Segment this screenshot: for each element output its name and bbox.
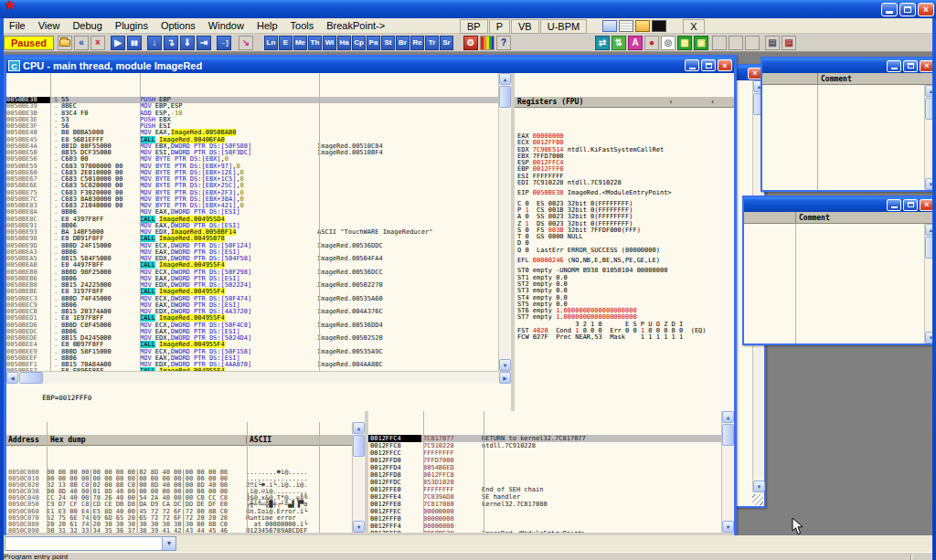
scroll-up-icon[interactable]: ▲ [353,422,365,434]
toolbar-letter-button-tr[interactable]: Tr [425,36,439,50]
comment-window-1-scrollbar[interactable]: ▲▼ [924,85,932,190]
disassembly-h-scrollbar[interactable]: ◀▶ [6,371,511,384]
appearance-rainbow-button[interactable] [480,36,495,50]
cpu-close-button[interactable]: × [718,59,732,71]
disassembly-pane[interactable]: 0050BE38$55PUSH EBP0050BE39.8BECMOV EBP,… [6,73,511,371]
comment-window-1[interactable]: × Comment ▲▼ [760,57,932,192]
disasm-row[interactable]: 0050BEC3.8B0D 74F45000MOV ECX,DWORD PTR … [6,296,511,302]
assemble-a-button[interactable]: A [628,36,643,50]
up-down-button[interactable]: ⇅ [612,36,626,50]
scroll-up-icon[interactable]: ▲ [925,224,932,236]
menu-item-debug[interactable]: Debug [66,19,108,32]
toolbar-letter-button-me[interactable]: Me [293,36,307,50]
disasm-row[interactable]: 0050BEB0.8B0D 98F25000MOV ECX,DWORD PTR … [6,269,511,276]
layout-list-red-button[interactable]: ▤ [782,36,796,50]
command-input[interactable] [5,537,162,550]
step-over-button[interactable]: ↴ [164,36,178,50]
disasm-row[interactable]: 0050BE83.C683 21040000 00MOV BYTE PTR DS… [6,203,511,209]
layout-list-button[interactable]: ▤ [765,36,780,50]
open-folder-icon[interactable] [635,20,650,32]
registers-header[interactable]: Registers (FPU) ‹ ‹ [515,97,734,108]
open-file-button[interactable] [58,36,72,50]
disasm-row[interactable]: 0050BE9D.8B0D 24F15000MOV ECX,DWORD PTR … [6,243,511,249]
log-window-icon[interactable] [619,20,633,32]
restart-button[interactable]: « [74,36,89,50]
resize-grip[interactable] [752,494,763,505]
menu-item-window[interactable]: Window [202,19,250,32]
register-line[interactable]: T 0 GS 0000 NULL [515,234,734,240]
breakpoint-ball-button[interactable]: ● [644,36,659,50]
comment-window-2-maximize-button[interactable] [903,199,918,211]
swap-arrows-button[interactable]: ⇄ [595,36,610,50]
disasm-row[interactable]: 0050BE38$55PUSH EBP [6,97,511,103]
animate-into-button[interactable]: ⇓ [180,36,195,50]
console-window-icon[interactable] [652,20,666,32]
scroll-thumb[interactable] [722,424,734,446]
scroll-thumb[interactable] [19,372,43,384]
animate-over-button[interactable]: ⇥ [197,36,211,50]
dump-row[interactable]: 0050C09030 31 32 33|34 35 36 37|38 39 41… [6,528,365,533]
chevron-left-icons[interactable]: ‹ ‹ [669,98,731,106]
menu-item-file[interactable]: File [3,19,32,32]
step-into-button[interactable]: ↓ [147,36,162,50]
scroll-down-icon[interactable]: ▼ [722,521,734,533]
grid-keypad-button[interactable]: ▦ [677,36,692,50]
options-gear-button[interactable]: ⚙ [463,36,478,50]
toolbar-letter-button-pa[interactable]: Pa [367,36,380,50]
plugin-button-bp[interactable]: BP [460,19,488,34]
comment-window-1-maximize-button[interactable] [903,60,918,72]
cpu-window[interactable]: C CPU - main thread, module ImageRed × 0… [4,55,737,535]
scroll-up-icon[interactable]: ▲ [499,73,511,85]
close-program-button[interactable]: × [90,36,105,50]
stack-pane[interactable]: 0012FFC47C817077RETURN to kernel32.7C817… [368,411,734,533]
blank-button-2[interactable] [729,36,743,50]
scroll-down-icon[interactable]: ▼ [353,521,365,533]
scroll-right-icon[interactable]: ▶ [499,372,511,384]
scroll-thumb[interactable] [353,435,365,457]
disasm-row[interactable]: 0050BED6.8B0D C8F45000MOV ECX,DWORD PTR … [6,322,511,329]
blank-button-1[interactable] [712,36,727,50]
toolbar-letter-button-th[interactable]: Th [308,36,322,50]
trace-spiral-button[interactable]: ◎ [661,36,675,50]
toolbar-letter-button-sr[interactable]: Sr [440,36,453,50]
menu-item-help[interactable]: Help [250,19,284,32]
comment-window-2-minimize-button[interactable] [887,199,901,211]
scroll-up-icon[interactable]: ▲ [925,85,932,97]
scroll-up-icon[interactable]: ▲ [722,411,734,423]
plugin-close-button[interactable]: X [683,19,704,34]
menu-item-breakpoint[interactable]: BreakPoint-> [320,19,391,32]
comment-window-2-scrollbar[interactable]: ▲▼ [924,224,932,343]
toolbar-letter-button-br[interactable]: Br [396,36,410,50]
column-divider[interactable] [795,224,796,343]
stack-window-icon[interactable] [602,20,617,32]
toolbar-letter-button-ha[interactable]: Ha [337,36,351,50]
scroll-thumb[interactable] [499,86,511,108]
scroll-down-icon[interactable]: ▼ [925,332,932,343]
stack-v-scrollbar[interactable]: ▲▼ [721,411,733,533]
run-button[interactable]: ▶ [111,36,125,50]
toolbar-letter-button-ln[interactable]: Ln [264,36,278,50]
disassembly-v-scrollbar[interactable]: ▲▼ [498,73,510,371]
scroll-down-icon[interactable]: ▼ [925,178,932,190]
help-button[interactable]: ? [496,36,511,50]
scroll-left-icon[interactable]: ◀ [6,372,18,384]
menu-item-plugins[interactable]: Plugins [109,19,154,32]
comment-window-1-titlebar[interactable]: × [762,58,932,73]
plugin-button-p[interactable]: P [489,19,510,34]
disasm-row[interactable]: 0050BE3E.53PUSH EBX [6,117,511,123]
disasm-row[interactable]: 0050BEE9.8B0D 58F15000MOV ECX,DWORD PTR … [6,349,511,355]
comment-window-2-close-button[interactable]: × [920,199,932,211]
comment-window-2-titlebar[interactable]: × [744,197,932,212]
register-line[interactable]: O 0 LastErr ERROR_SUCCESS (00000000) [515,248,734,254]
dropdown-arrow-icon[interactable]: ▼ [162,537,176,550]
column-divider[interactable] [817,85,818,190]
cpu-maximize-button[interactable] [701,59,716,71]
menu-item-tools[interactable]: Tools [284,19,321,32]
register-line[interactable]: EIP 0050BE38 ImageRed.<ModuleEntryPoint> [515,190,734,196]
blank-button-3[interactable] [745,36,760,50]
scroll-thumb[interactable] [925,237,932,259]
comment-window-1-minimize-button[interactable] [887,60,901,72]
toolbar-letter-button-wi[interactable]: Wi [323,36,336,50]
go-to-button[interactable]: ↘ [239,36,253,50]
toolbar-letter-button-re[interactable]: Re [410,36,424,50]
